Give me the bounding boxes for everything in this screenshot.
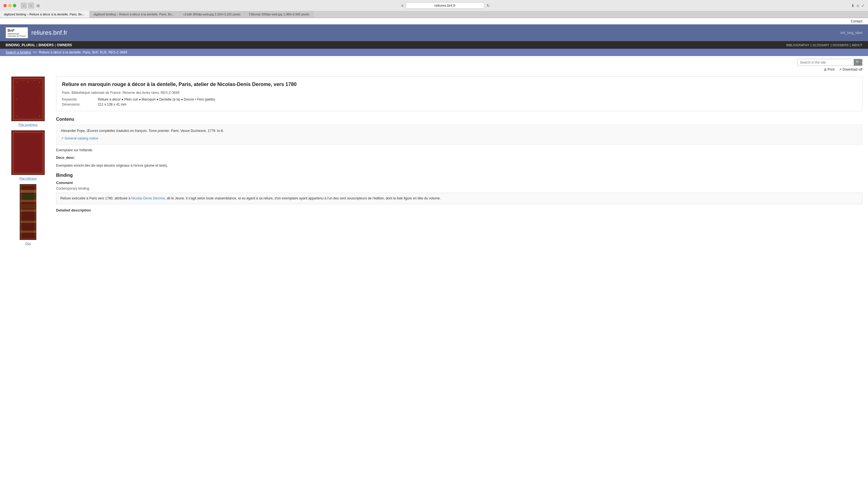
download-rdf-label: Download rdf <box>842 67 862 71</box>
record-box: Reliure en maroquin rouge à décor à la d… <box>56 76 862 111</box>
thumb-label-dos: Dos <box>6 242 51 245</box>
record-title: Reliure en maroquin rouge à décor à la d… <box>62 81 857 88</box>
nav-binding-plural[interactable]: BINDING_PLURAL <box>6 43 35 47</box>
thumb-img-plat-inferieur <box>11 130 45 175</box>
download-rdf-icon: ↗ <box>839 67 842 71</box>
browser-actions: ⬇ ⎋ ⤢ <box>851 3 865 8</box>
nav-about[interactable]: ABOUT <box>852 43 862 47</box>
tab-2[interactable]: digitized binding – Reliure à décor à la… <box>90 11 179 18</box>
svg-point-3 <box>17 82 18 83</box>
main-nav-right: BIBLIOGRAPHY | GLOSSARY | DOSSIERS | ABO… <box>786 43 862 47</box>
svg-point-12 <box>17 116 18 117</box>
traffic-lights <box>3 4 16 7</box>
svg-rect-0 <box>11 77 45 121</box>
nav-binders[interactable]: BINDERS <box>38 43 54 47</box>
tab-4[interactable]: 738cmpt-300dpi-web.jpg 1,980×2,900 pixel… <box>245 11 313 18</box>
binding-detail-box: Reliure exécutée à Paris vers 1780, attr… <box>56 193 862 204</box>
search-button[interactable]: 🔍 <box>854 59 862 66</box>
record-location: Paris. Bibliothèque nationale de France.… <box>62 91 857 95</box>
svg-rect-15 <box>13 132 43 174</box>
exemplaire-text: Exemplaire sur hollande. <box>56 148 862 153</box>
breadcrumb-current: Reliure à décor à la dentelle. Paris, Bn… <box>39 51 127 54</box>
contact-link[interactable]: Contact <box>851 19 862 23</box>
print-link[interactable]: 🖨 Print <box>824 67 835 71</box>
print-label: Print <box>828 67 835 71</box>
svg-point-4 <box>23 81 23 82</box>
thumb-label-plat-superieur: Plat supérieur <box>6 123 51 126</box>
deco-desc-text: Exemplaire enrichi des dix-sept dessins … <box>56 163 862 168</box>
download-rdf-link[interactable]: ↗ Download rdf <box>839 67 862 71</box>
svg-point-5 <box>28 81 29 82</box>
svg-rect-20 <box>21 200 36 202</box>
comment-section-title: Comment <box>56 181 862 185</box>
sidebar-toggle-button[interactable]: ⊞ <box>36 3 40 8</box>
content-block: Alexander Pope. Œuvres complettes tradui… <box>56 125 862 145</box>
svg-rect-24 <box>22 194 35 199</box>
breadcrumb-bar: Search a binding >> Reliure à décor à la… <box>0 49 868 56</box>
bnf-logo: BnF Bibliothèquenationale de France <box>6 27 28 38</box>
svg-rect-18 <box>21 185 36 239</box>
svg-rect-19 <box>21 190 36 193</box>
dimensions-value: 211 x 138 x 41 mm <box>98 102 857 106</box>
dimensions-label: Dimensions: <box>62 102 96 106</box>
search-input-wrap: 🔍 <box>797 59 862 66</box>
site-header: BnF Bibliothèquenationale de France reli… <box>0 24 868 41</box>
back-button[interactable]: ‹ <box>21 2 27 9</box>
nav-buttons: ‹ › <box>21 2 34 9</box>
thumbnail-plat-inferieur[interactable]: Plat inférieur <box>6 130 51 180</box>
svg-point-9 <box>41 88 41 89</box>
download-button[interactable]: ⬇ <box>851 3 855 8</box>
action-bar: 🖨 Print ↗ Download rdf <box>0 67 868 74</box>
svg-rect-21 <box>21 209 36 212</box>
address-bar-container: ≡ reliures.bnf.fr ↻ <box>42 2 849 9</box>
detailed-description-title: Detailed description <box>56 208 862 212</box>
expand-button[interactable]: ⤢ <box>861 3 865 8</box>
catalog-link[interactable]: General catalog notice <box>64 136 98 140</box>
page-wrapper: Contact BnF Bibliothèquenationale de Fra… <box>0 18 868 484</box>
svg-rect-1 <box>13 78 43 120</box>
contenu-section-title: Contenu <box>56 117 862 122</box>
forward-button[interactable]: › <box>28 2 34 9</box>
breadcrumb-home[interactable]: Search a binding <box>6 51 31 54</box>
tab-1[interactable]: digitized binding – Reliure à décor à la… <box>0 11 90 18</box>
comment-value: Contemporary binding <box>56 187 862 190</box>
bnf-short-label: BnF <box>7 28 26 33</box>
svg-point-7 <box>39 82 40 83</box>
thumbnail-dos[interactable]: Dos <box>6 184 51 245</box>
svg-rect-25 <box>22 204 35 208</box>
menu-icon: ≡ <box>401 3 403 8</box>
maximize-button[interactable] <box>13 4 16 7</box>
binder-link[interactable]: Nicolas-Denis Derome <box>131 196 165 200</box>
print-icon: 🖨 <box>824 67 827 71</box>
reload-button[interactable]: ↻ <box>487 3 490 8</box>
main-nav: BINDING_PLURAL | BINDERS | OWNERS BIBLIO… <box>0 41 868 49</box>
main-content: Reliure en maroquin rouge à décor à la d… <box>56 74 862 249</box>
address-bar[interactable]: reliures.bnf.fr <box>406 2 484 9</box>
thumb-label-plat-inferieur: Plat inférieur <box>6 177 51 180</box>
contact-bar: Contact <box>0 18 868 24</box>
svg-rect-14 <box>11 131 45 175</box>
nav-owners[interactable]: OWNERS <box>57 43 72 47</box>
thumb-img-dos <box>20 184 36 240</box>
svg-point-10 <box>16 99 17 100</box>
thumbnail-sidebar: Plat supérieur Plat inférieur <box>6 74 51 249</box>
deco-desc-block: Deco_desc: <box>56 155 862 161</box>
close-button[interactable] <box>3 4 7 7</box>
nav-bibliography[interactable]: BIBLIOGRAPHY <box>786 43 809 47</box>
search-input[interactable] <box>798 59 854 66</box>
svg-point-8 <box>16 88 16 89</box>
svg-rect-17 <box>20 184 36 240</box>
minimize-button[interactable] <box>8 4 11 7</box>
svg-point-11 <box>40 99 41 100</box>
nav-dossiers[interactable]: DOSSIERS <box>833 43 849 47</box>
tab-3[interactable]: c11d6-300dpi-web.jpg 2,326×3,102 pixels <box>179 11 245 18</box>
main-nav-left: BINDING_PLURAL | BINDERS | OWNERS <box>6 43 72 47</box>
browser-tabs: digitized binding – Reliure à décor à la… <box>0 11 868 18</box>
binding-section-title: Binding <box>56 173 862 178</box>
header-right: bnf_long_label <box>840 31 862 35</box>
header-left: BnF Bibliothèquenationale de France reli… <box>6 27 67 38</box>
catalog-link-icon: ↗ <box>61 136 64 140</box>
nav-glossary[interactable]: GLOSSARY <box>812 43 829 47</box>
share-button[interactable]: ⎋ <box>857 3 859 8</box>
thumbnail-plat-superieur[interactable]: Plat supérieur <box>6 76 51 126</box>
